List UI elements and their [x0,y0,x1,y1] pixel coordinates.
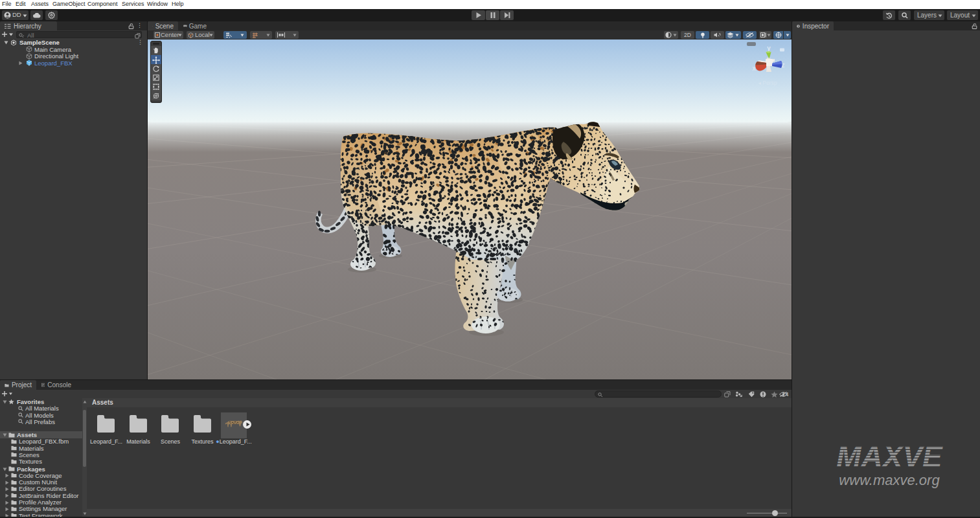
svg-text:y: y [768,46,771,52]
svg-text:MAXVE: MAXVE [836,440,943,473]
svg-text:◂ Persp: ◂ Persp [758,80,777,86]
svg-text:x: x [753,65,756,72]
svg-text:www.maxve.org: www.maxve.org [839,472,940,488]
